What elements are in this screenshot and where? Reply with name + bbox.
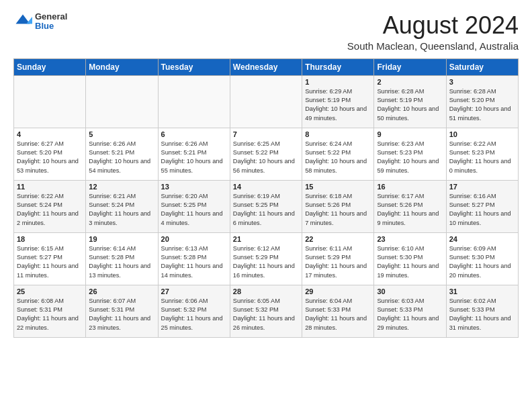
day-number: 8 xyxy=(305,130,371,138)
day-number: 11 xyxy=(17,183,83,191)
day-content: Sunrise: 6:22 AM Sunset: 5:23 PM Dayligh… xyxy=(449,140,515,175)
day-number: 29 xyxy=(305,287,371,295)
day-content: Sunrise: 6:17 AM Sunset: 5:26 PM Dayligh… xyxy=(377,192,443,228)
calendar-day: 22Sunrise: 6:11 AM Sunset: 5:29 PM Dayli… xyxy=(302,232,374,285)
calendar-day: 7Sunrise: 6:25 AM Sunset: 5:22 PM Daylig… xyxy=(230,128,302,180)
day-number: 19 xyxy=(89,235,154,243)
logo: General Blue xyxy=(13,12,67,32)
weekday-header: Tuesday xyxy=(158,58,230,75)
calendar-day xyxy=(14,75,86,128)
day-content: Sunrise: 6:04 AM Sunset: 5:33 PM Dayligh… xyxy=(305,297,371,332)
day-number: 5 xyxy=(89,130,154,138)
calendar-day: 31Sunrise: 6:02 AM Sunset: 5:33 PM Dayli… xyxy=(446,285,518,337)
day-number: 25 xyxy=(17,287,83,295)
logo-icon xyxy=(13,12,32,31)
day-content: Sunrise: 6:14 AM Sunset: 5:28 PM Dayligh… xyxy=(89,244,154,280)
day-number: 3 xyxy=(449,78,515,86)
day-number: 14 xyxy=(233,183,299,191)
day-number: 27 xyxy=(161,287,227,295)
calendar-day: 15Sunrise: 6:18 AM Sunset: 5:26 PM Dayli… xyxy=(302,180,374,232)
calendar-day: 1Sunrise: 6:29 AM Sunset: 5:19 PM Daylig… xyxy=(302,75,374,128)
calendar-day: 26Sunrise: 6:07 AM Sunset: 5:31 PM Dayli… xyxy=(86,285,158,337)
calendar-header: SundayMondayTuesdayWednesdayThursdayFrid… xyxy=(14,58,519,75)
weekday-header: Sunday xyxy=(14,58,86,75)
calendar-day: 30Sunrise: 6:03 AM Sunset: 5:33 PM Dayli… xyxy=(374,285,446,337)
day-number: 31 xyxy=(449,287,515,295)
day-number: 28 xyxy=(233,287,299,295)
month-title: August 2024 xyxy=(347,12,519,39)
day-content: Sunrise: 6:25 AM Sunset: 5:22 PM Dayligh… xyxy=(233,140,299,175)
day-content: Sunrise: 6:26 AM Sunset: 5:21 PM Dayligh… xyxy=(161,140,227,175)
day-content: Sunrise: 6:11 AM Sunset: 5:29 PM Dayligh… xyxy=(305,244,371,280)
day-content: Sunrise: 6:29 AM Sunset: 5:19 PM Dayligh… xyxy=(305,87,371,123)
day-content: Sunrise: 6:18 AM Sunset: 5:26 PM Dayligh… xyxy=(305,192,371,228)
calendar-table: SundayMondayTuesdayWednesdayThursdayFrid… xyxy=(13,58,519,338)
subtitle: South Maclean, Queensland, Australia xyxy=(347,40,519,52)
calendar-day: 23Sunrise: 6:10 AM Sunset: 5:30 PM Dayli… xyxy=(374,232,446,285)
day-number: 1 xyxy=(305,78,371,86)
day-number: 16 xyxy=(377,183,443,191)
day-content: Sunrise: 6:19 AM Sunset: 5:25 PM Dayligh… xyxy=(233,192,299,228)
day-content: Sunrise: 6:06 AM Sunset: 5:32 PM Dayligh… xyxy=(161,297,227,332)
logo-general: General xyxy=(35,12,67,21)
day-number: 17 xyxy=(449,183,515,191)
day-number: 23 xyxy=(377,235,443,243)
weekday-header: Friday xyxy=(374,58,446,75)
day-content: Sunrise: 6:10 AM Sunset: 5:30 PM Dayligh… xyxy=(377,244,443,280)
day-content: Sunrise: 6:05 AM Sunset: 5:32 PM Dayligh… xyxy=(233,297,299,332)
calendar-day: 19Sunrise: 6:14 AM Sunset: 5:28 PM Dayli… xyxy=(86,232,158,285)
calendar-day: 9Sunrise: 6:23 AM Sunset: 5:23 PM Daylig… xyxy=(374,128,446,180)
day-number: 18 xyxy=(17,235,83,243)
day-number: 10 xyxy=(449,130,515,138)
calendar-day: 27Sunrise: 6:06 AM Sunset: 5:32 PM Dayli… xyxy=(158,285,230,337)
calendar-body: 1Sunrise: 6:29 AM Sunset: 5:19 PM Daylig… xyxy=(14,75,519,337)
day-content: Sunrise: 6:13 AM Sunset: 5:28 PM Dayligh… xyxy=(161,244,227,280)
calendar-week: 11Sunrise: 6:22 AM Sunset: 5:24 PM Dayli… xyxy=(14,180,519,232)
day-content: Sunrise: 6:07 AM Sunset: 5:31 PM Dayligh… xyxy=(89,297,154,332)
day-content: Sunrise: 6:23 AM Sunset: 5:23 PM Dayligh… xyxy=(377,140,443,175)
day-number: 22 xyxy=(305,235,371,243)
day-content: Sunrise: 6:22 AM Sunset: 5:24 PM Dayligh… xyxy=(17,192,83,228)
day-content: Sunrise: 6:15 AM Sunset: 5:27 PM Dayligh… xyxy=(17,244,83,280)
calendar-day: 12Sunrise: 6:21 AM Sunset: 5:24 PM Dayli… xyxy=(86,180,158,232)
page: General Blue August 2024 South Maclean, … xyxy=(0,0,532,345)
calendar-day: 2Sunrise: 6:28 AM Sunset: 5:19 PM Daylig… xyxy=(374,75,446,128)
calendar-day: 24Sunrise: 6:09 AM Sunset: 5:30 PM Dayli… xyxy=(446,232,518,285)
day-number: 9 xyxy=(377,130,443,138)
day-content: Sunrise: 6:12 AM Sunset: 5:29 PM Dayligh… xyxy=(233,244,299,280)
calendar-week: 4Sunrise: 6:27 AM Sunset: 5:20 PM Daylig… xyxy=(14,128,519,180)
calendar-day: 6Sunrise: 6:26 AM Sunset: 5:21 PM Daylig… xyxy=(158,128,230,180)
calendar-day: 8Sunrise: 6:24 AM Sunset: 5:22 PM Daylig… xyxy=(302,128,374,180)
title-area: August 2024 South Maclean, Queensland, A… xyxy=(347,12,519,52)
calendar-week: 25Sunrise: 6:08 AM Sunset: 5:31 PM Dayli… xyxy=(14,285,519,337)
calendar-day: 16Sunrise: 6:17 AM Sunset: 5:26 PM Dayli… xyxy=(374,180,446,232)
logo-text: General Blue xyxy=(35,12,67,32)
day-content: Sunrise: 6:28 AM Sunset: 5:19 PM Dayligh… xyxy=(377,87,443,123)
calendar-day xyxy=(86,75,158,128)
day-number: 15 xyxy=(305,183,371,191)
header-row: SundayMondayTuesdayWednesdayThursdayFrid… xyxy=(14,58,519,75)
day-number: 21 xyxy=(233,235,299,243)
calendar-day: 21Sunrise: 6:12 AM Sunset: 5:29 PM Dayli… xyxy=(230,232,302,285)
day-number: 6 xyxy=(161,130,227,138)
calendar-day: 18Sunrise: 6:15 AM Sunset: 5:27 PM Dayli… xyxy=(14,232,86,285)
day-content: Sunrise: 6:08 AM Sunset: 5:31 PM Dayligh… xyxy=(17,297,83,332)
day-content: Sunrise: 6:28 AM Sunset: 5:20 PM Dayligh… xyxy=(449,87,515,123)
weekday-header: Wednesday xyxy=(230,58,302,75)
calendar-day: 5Sunrise: 6:26 AM Sunset: 5:21 PM Daylig… xyxy=(86,128,158,180)
day-number: 2 xyxy=(377,78,443,86)
weekday-header: Thursday xyxy=(302,58,374,75)
calendar-day xyxy=(158,75,230,128)
day-content: Sunrise: 6:16 AM Sunset: 5:27 PM Dayligh… xyxy=(449,192,515,228)
calendar-day: 3Sunrise: 6:28 AM Sunset: 5:20 PM Daylig… xyxy=(446,75,518,128)
day-content: Sunrise: 6:02 AM Sunset: 5:33 PM Dayligh… xyxy=(449,297,515,332)
calendar-week: 1Sunrise: 6:29 AM Sunset: 5:19 PM Daylig… xyxy=(14,75,519,128)
calendar-day: 4Sunrise: 6:27 AM Sunset: 5:20 PM Daylig… xyxy=(14,128,86,180)
calendar-day xyxy=(230,75,302,128)
day-content: Sunrise: 6:27 AM Sunset: 5:20 PM Dayligh… xyxy=(17,140,83,175)
weekday-header: Monday xyxy=(86,58,158,75)
calendar-day: 29Sunrise: 6:04 AM Sunset: 5:33 PM Dayli… xyxy=(302,285,374,337)
calendar-day: 11Sunrise: 6:22 AM Sunset: 5:24 PM Dayli… xyxy=(14,180,86,232)
day-number: 26 xyxy=(89,287,154,295)
day-content: Sunrise: 6:21 AM Sunset: 5:24 PM Dayligh… xyxy=(89,192,154,228)
